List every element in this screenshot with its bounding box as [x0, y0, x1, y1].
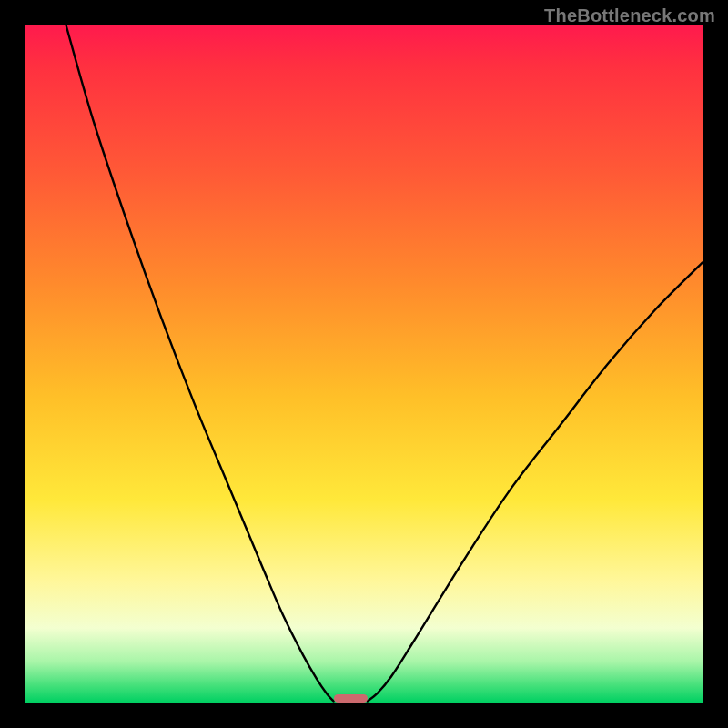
chart-frame: TheBottleneck.com: [0, 0, 728, 728]
watermark-label: TheBottleneck.com: [544, 5, 715, 26]
optimal-marker: [334, 694, 368, 703]
bottleneck-curve: [25, 25, 703, 703]
curve-right-branch: [368, 262, 703, 701]
curve-left-branch: [66, 25, 334, 702]
plot-area: [25, 25, 703, 703]
